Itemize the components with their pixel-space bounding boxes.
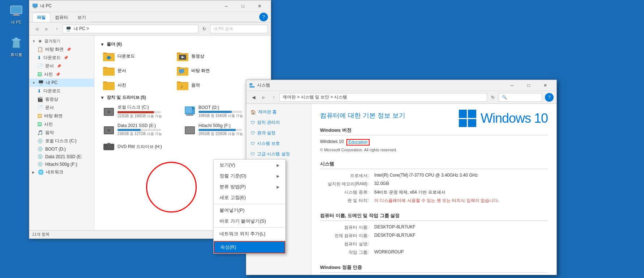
sidebar-item-ddrive[interactable]: 💿 BOOT (D:) bbox=[29, 145, 94, 153]
sys-sidebar-devicemgr[interactable]: 🛡 장치 관리자 bbox=[246, 117, 311, 128]
sys-sidebar-controlpanel[interactable]: 🏠 제어판 홈 bbox=[246, 107, 311, 117]
svg-text:♪: ♪ bbox=[180, 83, 183, 89]
folder-item-doc[interactable]: 문서 bbox=[100, 64, 172, 77]
sidebar-item-dl2[interactable]: ⬇ 다운로드 bbox=[29, 87, 94, 95]
back-btn[interactable]: ◀ bbox=[32, 25, 41, 33]
ctx-view[interactable]: 보기(V) ▶ bbox=[214, 160, 285, 170]
sys-maximize-btn[interactable]: □ bbox=[520, 80, 537, 91]
full-name-label: 전체 컴퓨터 이름: bbox=[320, 233, 374, 239]
ctx-properties[interactable]: 속성(R) bbox=[214, 241, 285, 253]
folder-item-desktop[interactable]: 바탕 화면 bbox=[174, 64, 246, 77]
education-badge: Education bbox=[346, 139, 369, 146]
maximize-btn[interactable]: □ bbox=[235, 0, 251, 12]
sys-up-btn[interactable]: ↑ bbox=[269, 93, 278, 102]
sidebar-item-photos2[interactable]: 🖼 사진 bbox=[29, 120, 94, 129]
system-addressbar: ◀ ▶ ↑ 제어판 > 시스템 및 보안 > 시스템 ↻ 🔍 ? bbox=[246, 91, 556, 104]
sidebar-item-videos[interactable]: 🎬 동영상 bbox=[29, 95, 94, 104]
system-title: 시스템 bbox=[257, 82, 504, 88]
system-body: 🏠 제어판 홈 🛡 장치 관리자 🛡 원격 설정 🛡 시스템 보호 🛡 bbox=[246, 104, 556, 275]
sidebar-item-desktop2[interactable]: 🖼 바탕 화면 bbox=[29, 112, 94, 120]
system-section-title: 시스템 bbox=[320, 161, 548, 169]
full-name-value: DESKTOP-8LR7UKF bbox=[374, 233, 415, 239]
ram-value: 32.0GB bbox=[374, 181, 389, 187]
svg-rect-4 bbox=[33, 4, 38, 7]
svg-point-16 bbox=[108, 111, 110, 113]
up-btn[interactable]: ↑ bbox=[52, 25, 61, 33]
drive-c[interactable]: 로컬 디스크 (C:) 223GB 중 188GB 사용 가능 bbox=[100, 103, 180, 120]
win10-logo: Windows 10 bbox=[459, 110, 548, 127]
windows-version-label: Windows 10 bbox=[320, 139, 344, 146]
folder-item-video[interactable]: 동영상 bbox=[174, 50, 246, 63]
sys-address-field[interactable]: 제어판 > 시스템 및 보안 > 시스템 bbox=[280, 93, 487, 102]
svg-rect-20 bbox=[186, 114, 193, 116]
ctx-sep3 bbox=[214, 240, 285, 240]
shield-icon-device: 🛡 bbox=[251, 120, 255, 125]
computer-desc-label: 컴퓨터 설명: bbox=[320, 241, 374, 247]
recycle-label: 휴지통 bbox=[10, 52, 22, 58]
sys-close-btn[interactable]: ✕ bbox=[537, 80, 554, 91]
sys-help-btn[interactable]: ? bbox=[545, 93, 554, 102]
copyright-text: © Microsoft Corporation. All rights rese… bbox=[320, 148, 397, 152]
sidebar-item-edrive[interactable]: 💿 Data 2021 SSD (E: bbox=[29, 153, 94, 160]
ctx-sep1 bbox=[214, 204, 285, 204]
ribbon-tabs: 파일 컴퓨터 보기 ? bbox=[29, 12, 271, 22]
sys-sidebar-remote[interactable]: 🛡 원격 설정 bbox=[246, 128, 311, 138]
svg-rect-0 bbox=[10, 6, 22, 14]
sidebar-item-network[interactable]: ▶ 🌐 네트워크 bbox=[29, 168, 94, 176]
sidebar-item-downloads[interactable]: ⬇ 다운로드 📌 bbox=[29, 54, 94, 62]
sidebar-item-cdrive[interactable]: 💿 로컬 디스크 (C:) bbox=[29, 137, 94, 145]
processor-label: 프로세서: bbox=[320, 173, 374, 179]
desktop-icon-recycle[interactable]: 휴지통 bbox=[4, 36, 29, 58]
sys-back-btn[interactable]: ◀ bbox=[249, 93, 258, 102]
address-field[interactable]: 🖥️ 내 PC > bbox=[63, 25, 199, 33]
ctx-paste-shortcut[interactable]: 바로 가기 붙여넣기(S) bbox=[214, 216, 285, 227]
tab-view[interactable]: 보기 bbox=[73, 13, 91, 22]
svg-point-29 bbox=[108, 146, 110, 148]
sys-minimize-btn[interactable]: ─ bbox=[504, 80, 520, 91]
svg-rect-30 bbox=[107, 143, 110, 144]
svg-rect-19 bbox=[192, 109, 195, 114]
sys-refresh-btn[interactable]: ↻ bbox=[489, 93, 497, 102]
folder-item-download[interactable]: 다운로드 bbox=[100, 50, 172, 63]
sidebar-item-desktop[interactable]: 📋 바탕 화면 📌 bbox=[29, 45, 94, 54]
drives-grid: 로컬 디스크 (C:) 223GB 중 188GB 사용 가능 BOOT (D:… bbox=[100, 103, 265, 154]
computer-name-value: DESKTOP-8LR7UKF bbox=[374, 224, 415, 231]
minimize-btn[interactable]: ─ bbox=[218, 0, 235, 12]
help-btn[interactable]: ? bbox=[259, 13, 268, 21]
system-type-value: 64비트 운영 체제, x64 기반 프로세서 bbox=[374, 189, 445, 195]
folder-item-photo[interactable]: 사진 bbox=[100, 79, 172, 92]
ctx-sort[interactable]: 정렬 기준(O) ▶ bbox=[214, 170, 285, 181]
sys-sidebar-protection[interactable]: 🛡 시스템 보호 bbox=[246, 138, 311, 149]
sidebar-item-docs[interactable]: 📄 문서 📌 bbox=[29, 62, 94, 70]
forward-btn[interactable]: ▶ bbox=[42, 25, 51, 33]
tab-file[interactable]: 파일 bbox=[32, 13, 50, 22]
svg-rect-6 bbox=[33, 8, 37, 8]
ctx-refresh[interactable]: 새로 고침(E) bbox=[214, 192, 285, 203]
chevron-down-drives: ▼ bbox=[100, 95, 105, 100]
ctx-group[interactable]: 분류 방법(P) ▶ bbox=[214, 181, 285, 192]
system-window: 시스템 ─ □ ✕ ◀ ▶ ↑ 제어판 > 시스템 및 보안 > 시스템 ↻ 🔍… bbox=[246, 80, 557, 275]
search-field[interactable]: 내 PC 검색 bbox=[210, 25, 268, 33]
ctx-paste[interactable]: 붙여넣기(P) bbox=[214, 205, 285, 216]
sidebar-item-fdrive[interactable]: 💿 Hitachi 500g (F:) bbox=[29, 160, 94, 168]
sys-search-field[interactable]: 🔍 bbox=[499, 93, 542, 102]
sidebar-item-music[interactable]: 🎵 음악 bbox=[29, 129, 94, 137]
refresh-btn[interactable]: ↻ bbox=[200, 25, 209, 33]
ctx-network[interactable]: 네트워크 위치 추가(L) bbox=[214, 228, 285, 239]
sidebar-item-docs2[interactable]: 📄 문서 bbox=[29, 104, 94, 112]
desktop-icon-mypc[interactable]: 내 PC bbox=[4, 4, 29, 25]
sys-sidebar-advanced[interactable]: 🛡 고급 시스템 설정 bbox=[246, 149, 311, 159]
sidebar-item-mypc[interactable]: ▼ 🖥️ 내 PC bbox=[29, 79, 94, 87]
tab-computer[interactable]: 컴퓨터 bbox=[50, 13, 73, 22]
drive-e[interactable]: Data 2021 SSD (E:) 238GB 중 127GB 사용 가능 bbox=[100, 122, 180, 138]
computer-section-title: 컴퓨터 이름, 도메인 및 작업 그룹 설정 bbox=[320, 212, 548, 221]
arrow-icon-sort: ▶ bbox=[277, 174, 280, 178]
sidebar-item-pictures[interactable]: 🖼 사진 📌 bbox=[29, 70, 94, 79]
folder-item-music[interactable]: ♪ 음악 bbox=[174, 79, 246, 92]
close-btn[interactable]: ✕ bbox=[251, 0, 268, 12]
svg-rect-18 bbox=[185, 107, 192, 113]
sys-forward-btn[interactable]: ▶ bbox=[259, 93, 268, 102]
context-menu: 보기(V) ▶ 정렬 기준(O) ▶ 분류 방법(P) ▶ 새로 고침(E) 붙… bbox=[213, 159, 286, 254]
arrow-icon-view: ▶ bbox=[277, 163, 280, 167]
drive-h[interactable]: DVD RW 드라이브 (H:) bbox=[100, 139, 180, 154]
